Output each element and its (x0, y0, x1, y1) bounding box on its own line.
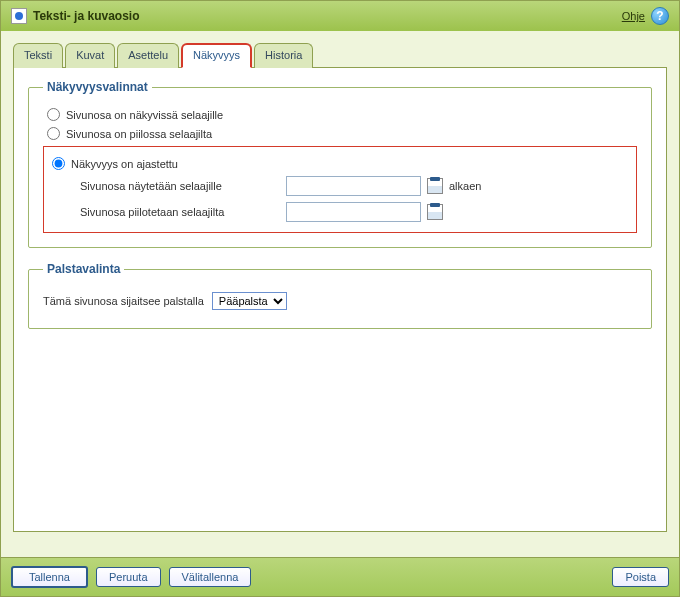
interim-save-button[interactable]: Välitallenna (169, 567, 252, 587)
tab-nakyvyys[interactable]: Näkyvyys (181, 43, 252, 68)
hide-from-row: Sivunosa piilotetaan selaajilta (80, 202, 628, 222)
show-from-suffix: alkaen (449, 180, 481, 192)
show-from-input[interactable] (286, 176, 421, 196)
cancel-button[interactable]: Peruuta (96, 567, 161, 587)
tab-panel: Näkyvyysvalinnat Sivunosa on näkyvissä s… (13, 67, 667, 532)
tab-teksti[interactable]: Teksti (13, 43, 63, 68)
tab-bar: Teksti Kuvat Asettelu Näkyvyys Historia (13, 43, 667, 68)
help-link[interactable]: Ohje (622, 10, 645, 22)
tab-historia[interactable]: Historia (254, 43, 313, 68)
calendar-icon[interactable] (427, 178, 443, 194)
visibility-option-visible[interactable]: Sivunosa on näkyvissä selaajille (47, 108, 637, 121)
visibility-fieldset: Näkyvyysvalinnat Sivunosa on näkyvissä s… (28, 80, 652, 248)
radio-scheduled[interactable] (52, 157, 65, 170)
visibility-option-hidden[interactable]: Sivunosa on piilossa selaajilta (47, 127, 637, 140)
show-from-row: Sivunosa näytetään selaajille alkaen (80, 176, 628, 196)
visibility-legend: Näkyvyysvalinnat (43, 80, 152, 94)
hide-from-input[interactable] (286, 202, 421, 222)
column-legend: Palstavalinta (43, 262, 124, 276)
window-title: Teksti- ja kuvaosio (33, 9, 622, 23)
tab-asettelu[interactable]: Asettelu (117, 43, 179, 68)
calendar-icon[interactable] (427, 204, 443, 220)
document-icon (11, 8, 27, 24)
footer-bar: Tallenna Peruuta Välitallenna Poista (1, 557, 679, 596)
radio-label: Sivunosa on piilossa selaajilta (66, 128, 212, 140)
radio-hidden[interactable] (47, 127, 60, 140)
content-area: Teksti Kuvat Asettelu Näkyvyys Historia … (1, 31, 679, 557)
column-label: Tämä sivunosa sijaitsee palstalla (43, 295, 204, 307)
radio-label: Näkyvyys on ajastettu (71, 158, 178, 170)
help-icon[interactable]: ? (651, 7, 669, 25)
hide-from-label: Sivunosa piilotetaan selaajilta (80, 206, 280, 218)
titlebar: Teksti- ja kuvaosio Ohje ? (1, 1, 679, 31)
show-from-label: Sivunosa näytetään selaajille (80, 180, 280, 192)
radio-visible[interactable] (47, 108, 60, 121)
column-row: Tämä sivunosa sijaitsee palstalla Pääpal… (43, 292, 637, 310)
radio-label: Sivunosa on näkyvissä selaajille (66, 109, 223, 121)
save-button[interactable]: Tallenna (11, 566, 88, 588)
delete-button[interactable]: Poista (612, 567, 669, 587)
visibility-option-scheduled[interactable]: Näkyvyys on ajastettu (52, 157, 628, 170)
tab-kuvat[interactable]: Kuvat (65, 43, 115, 68)
column-select[interactable]: Pääpalsta (212, 292, 287, 310)
column-fieldset: Palstavalinta Tämä sivunosa sijaitsee pa… (28, 262, 652, 329)
dialog-window: Teksti- ja kuvaosio Ohje ? Teksti Kuvat … (0, 0, 680, 597)
scheduled-highlight-box: Näkyvyys on ajastettu Sivunosa näytetään… (43, 146, 637, 233)
